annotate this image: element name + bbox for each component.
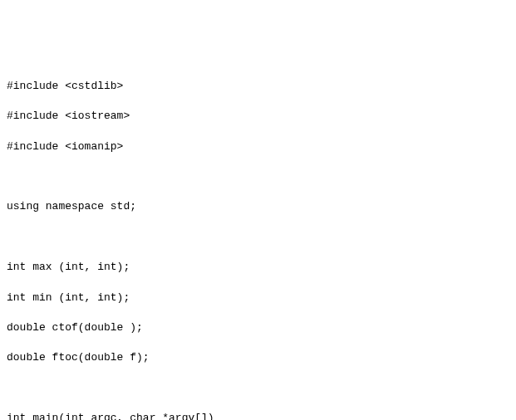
code-line: #include <iomanip> [7, 139, 509, 154]
code-line: #include <cstdlib> [7, 79, 509, 94]
code-line [7, 169, 509, 184]
code-line: int main(int argc, char *argv[]) [7, 411, 509, 420]
code-line: int max (int, int); [7, 260, 509, 275]
code-line [7, 381, 509, 396]
code-line: double ctof(double ); [7, 320, 509, 335]
code-line: using namespace std; [7, 199, 509, 214]
code-line [7, 230, 509, 245]
code-block: #include <cstdlib> #include <iostream> #… [7, 64, 509, 420]
code-line: double ftoc(double f); [7, 350, 509, 365]
code-line: int min (int, int); [7, 291, 509, 305]
code-line: #include <iostream> [7, 109, 509, 124]
